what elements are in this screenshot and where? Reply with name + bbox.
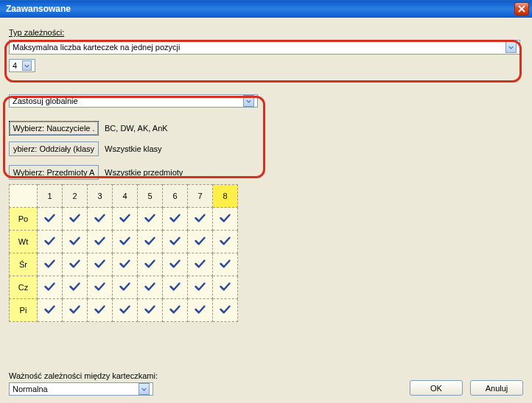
check-icon [219, 262, 231, 270]
ok-button[interactable]: OK [410, 380, 463, 396]
check-icon [194, 216, 206, 225]
check-icon [69, 216, 81, 225]
check-icon [119, 284, 131, 293]
check-icon [69, 284, 81, 293]
check-icon [94, 262, 106, 270]
grid-cell[interactable] [163, 208, 188, 231]
apply-scope-select[interactable]: Zastosuj globalnie [9, 94, 258, 108]
grid-cell[interactable] [188, 231, 213, 253]
grid-corner [10, 185, 38, 208]
pick-subjects-button[interactable]: Wybierz: Przedmioty A [9, 165, 99, 180]
grid-cell[interactable] [113, 253, 138, 276]
check-icon [144, 239, 156, 248]
dependency-type-value: Maksymalna liczba karteczek na jednej po… [13, 43, 180, 52]
grid-cell[interactable] [188, 276, 213, 299]
check-icon [144, 307, 156, 316]
importance-select[interactable]: Normalna [9, 382, 153, 396]
check-icon [169, 284, 181, 293]
number-select[interactable]: 4 [9, 59, 35, 72]
titlebar: Zaawansowane [0, 0, 532, 18]
close-button[interactable] [514, 2, 529, 15]
chevron-down-icon[interactable] [505, 41, 517, 53]
check-icon [69, 239, 81, 248]
grid-cell[interactable] [188, 208, 213, 231]
grid-cell[interactable] [138, 253, 163, 276]
grid-cell[interactable] [213, 208, 238, 231]
close-icon [518, 5, 525, 13]
grid-cell[interactable] [163, 276, 188, 299]
grid-cell[interactable] [138, 208, 163, 231]
check-icon [169, 262, 181, 270]
grid-cell[interactable] [88, 299, 113, 322]
grid-cell[interactable] [63, 253, 88, 276]
grid-row-header[interactable]: Śr [10, 253, 38, 276]
schedule-grid: 1 2 3 4 5 6 7 8 PoWtŚrCzPi [9, 184, 238, 322]
check-icon [119, 216, 131, 225]
grid-cell[interactable] [138, 299, 163, 322]
grid-cell[interactable] [63, 231, 88, 253]
grid-cell[interactable] [88, 208, 113, 231]
chevron-down-icon[interactable] [243, 95, 254, 107]
grid-col-header[interactable]: 5 [138, 185, 163, 208]
grid-cell[interactable] [63, 208, 88, 231]
apply-scope-value: Zastosuj globalnie [13, 97, 78, 105]
grid-col-header[interactable]: 7 [188, 185, 213, 208]
grid-cell[interactable] [63, 299, 88, 322]
check-icon [94, 307, 106, 316]
check-icon [144, 216, 156, 225]
grid-cell[interactable] [138, 276, 163, 299]
cancel-button[interactable]: Anuluj [470, 380, 523, 396]
grid-cell[interactable] [38, 231, 63, 253]
grid-cell[interactable] [163, 299, 188, 322]
teachers-value: BC, DW, AK, AnK [105, 124, 168, 133]
grid-cell[interactable] [113, 276, 138, 299]
grid-col-header[interactable]: 3 [88, 185, 113, 208]
grid-cell[interactable] [113, 299, 138, 322]
grid-cell[interactable] [88, 231, 113, 253]
grid-cell[interactable] [138, 231, 163, 253]
pick-classes-button[interactable]: ybierz: Oddziały (klasy [9, 141, 99, 156]
check-icon [219, 239, 231, 248]
grid-row-header[interactable]: Pi [10, 299, 38, 322]
dependency-type-select[interactable]: Maksymalna liczba karteczek na jednej po… [9, 40, 520, 55]
grid-row-header[interactable]: Po [10, 208, 38, 231]
grid-row-header[interactable]: Wt [10, 231, 38, 253]
grid-col-header[interactable]: 6 [163, 185, 188, 208]
check-icon [94, 284, 106, 293]
check-icon [219, 284, 231, 293]
grid-cell[interactable] [113, 208, 138, 231]
check-icon [219, 307, 231, 316]
grid-cell[interactable] [213, 299, 238, 322]
grid-col-header[interactable]: 8 [213, 185, 238, 208]
chevron-down-icon[interactable] [139, 383, 150, 395]
grid-cell[interactable] [188, 253, 213, 276]
check-icon [194, 307, 206, 316]
grid-cell[interactable] [213, 231, 238, 253]
grid-cell[interactable] [188, 299, 213, 322]
grid-col-header[interactable]: 1 [38, 185, 63, 208]
grid-cell[interactable] [163, 231, 188, 253]
grid-cell[interactable] [88, 253, 113, 276]
grid-cell[interactable] [38, 253, 63, 276]
grid-cell[interactable] [63, 276, 88, 299]
grid-cell[interactable] [38, 276, 63, 299]
subjects-value: Wszystkie przedmioty [105, 168, 183, 177]
chevron-down-icon[interactable] [22, 60, 32, 71]
check-icon [119, 307, 131, 316]
check-icon [144, 284, 156, 293]
grid-cell[interactable] [113, 231, 138, 253]
grid-cell[interactable] [163, 253, 188, 276]
check-icon [43, 307, 56, 316]
importance-label: Ważność zależności między karteczkami: [9, 371, 158, 380]
grid-row-header[interactable]: Cz [10, 276, 38, 299]
grid-cell[interactable] [213, 253, 238, 276]
grid-cell[interactable] [38, 299, 63, 322]
grid-cell[interactable] [38, 208, 63, 231]
grid-col-header[interactable]: 4 [113, 185, 138, 208]
check-icon [144, 262, 156, 270]
pick-teachers-button[interactable]: Wybierz: Nauczyciele . [9, 121, 99, 136]
grid-col-header[interactable]: 2 [63, 185, 88, 208]
grid-cell[interactable] [213, 276, 238, 299]
check-icon [169, 216, 181, 225]
grid-cell[interactable] [88, 276, 113, 299]
